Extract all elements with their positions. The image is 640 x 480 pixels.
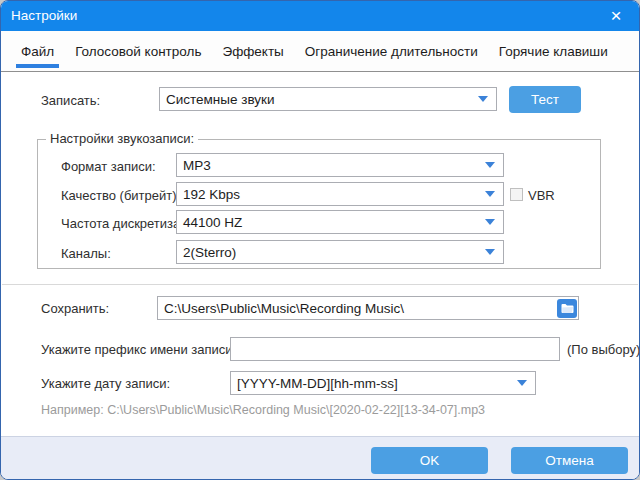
section-divider — [2, 284, 638, 285]
save-path-input[interactable] — [157, 296, 579, 320]
date-format-label: Укажите дату записи: — [41, 376, 170, 391]
record-source-select[interactable]: Системные звуки — [159, 87, 497, 111]
format-label: Формат записи: — [61, 159, 156, 174]
channels-select[interactable]: 2(Sterro) — [176, 240, 504, 264]
bitrate-value: 192 Kbps — [183, 187, 240, 202]
record-source-value: Системные звуки — [166, 92, 275, 107]
cancel-button[interactable]: Отмена — [511, 447, 628, 474]
vbr-label: VBR — [528, 188, 555, 203]
sample-rate-select[interactable]: 44100 HZ — [176, 210, 504, 234]
chevron-down-icon — [517, 380, 527, 386]
bitrate-select[interactable]: 192 Kbps — [176, 182, 504, 206]
chevron-down-icon — [485, 191, 495, 197]
ok-button[interactable]: OK — [371, 447, 488, 474]
channels-label: Каналы: — [61, 246, 111, 261]
chevron-down-icon — [485, 249, 495, 255]
tab-hotkeys[interactable]: Горячие клавиши — [497, 31, 610, 71]
folder-icon — [561, 303, 574, 314]
tab-effects[interactable]: Эффекты — [220, 31, 285, 71]
channels-value: 2(Sterro) — [183, 245, 236, 260]
settings-dialog: Настройки × Файл Голосовой контроль Эффе… — [0, 0, 640, 480]
prefix-label: Укажите префикс имени записи — [41, 342, 233, 357]
filename-example-text: Например: C:\Users\Public\Music\Recordin… — [41, 403, 485, 417]
tab-duration-limit[interactable]: Ограничение длительности — [303, 31, 480, 71]
sample-rate-value: 44100 HZ — [183, 215, 242, 230]
vbr-checkbox[interactable] — [510, 188, 523, 201]
recording-settings-group-title: Настройки звукозаписи: — [46, 131, 198, 146]
browse-folder-button[interactable] — [557, 299, 577, 318]
prefix-input[interactable] — [230, 337, 560, 361]
chevron-down-icon — [485, 219, 495, 225]
save-label: Сохранить: — [41, 301, 109, 316]
close-icon[interactable]: × — [599, 1, 633, 31]
test-button[interactable]: Тест — [509, 86, 581, 113]
tab-file[interactable]: Файл — [19, 31, 56, 71]
tab-bar: Файл Голосовой контроль Эффекты Ограниче… — [1, 31, 639, 72]
date-format-value: [YYYY-MM-DD][hh-mm-ss] — [237, 376, 398, 391]
title-bar: Настройки × — [1, 1, 639, 31]
chevron-down-icon — [485, 162, 495, 168]
date-format-select[interactable]: [YYYY-MM-DD][hh-mm-ss] — [230, 371, 536, 395]
prefix-optional-hint: (По выбору) — [567, 342, 640, 357]
tab-voice-control[interactable]: Голосовой контроль — [73, 31, 203, 71]
window-title: Настройки — [11, 1, 77, 31]
record-label: Записать: — [41, 93, 100, 108]
format-value: MP3 — [183, 158, 211, 173]
bitrate-label: Качество (битрейт) — [61, 188, 177, 203]
chevron-down-icon — [478, 96, 488, 102]
format-select[interactable]: MP3 — [176, 153, 504, 177]
